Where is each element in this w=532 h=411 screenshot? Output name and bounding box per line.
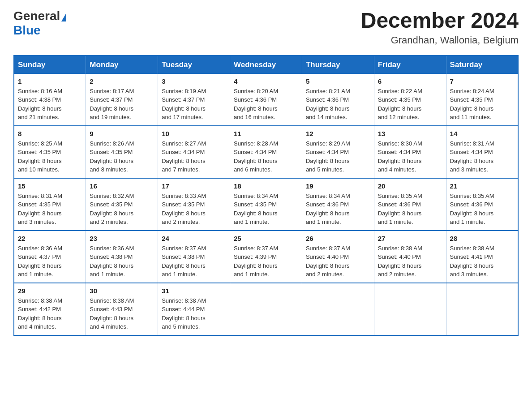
day-number: 3 <box>162 77 226 85</box>
day-number: 16 <box>90 182 154 190</box>
day-info: Sunrise: 8:21 AMSunset: 4:36 PMDaylight:… <box>306 87 370 122</box>
day-number: 1 <box>18 77 82 85</box>
calendar-day-cell: 26Sunrise: 8:37 AMSunset: 4:40 PMDayligh… <box>302 231 374 283</box>
calendar-day-cell: 16Sunrise: 8:32 AMSunset: 4:35 PMDayligh… <box>86 178 158 231</box>
calendar-day-cell: 27Sunrise: 8:38 AMSunset: 4:40 PMDayligh… <box>374 231 446 283</box>
calendar-week-row: 29Sunrise: 8:38 AMSunset: 4:42 PMDayligh… <box>14 283 518 335</box>
calendar-header-row: Sunday Monday Tuesday Wednesday Thursday… <box>14 56 518 74</box>
calendar-day-cell <box>230 283 302 335</box>
calendar-day-cell <box>302 283 374 335</box>
day-info: Sunrise: 8:31 AMSunset: 4:35 PMDaylight:… <box>18 192 82 227</box>
calendar-day-cell: 15Sunrise: 8:31 AMSunset: 4:35 PMDayligh… <box>14 178 86 231</box>
calendar-day-cell: 9Sunrise: 8:26 AMSunset: 4:35 PMDaylight… <box>86 126 158 178</box>
day-number: 14 <box>450 130 514 137</box>
day-number: 12 <box>306 130 370 137</box>
day-number: 9 <box>90 130 154 137</box>
day-info: Sunrise: 8:38 AMSunset: 4:42 PMDaylight:… <box>18 296 82 331</box>
page-header: General Blue December 2024 Grandhan, Wal… <box>13 9 519 46</box>
day-info: Sunrise: 8:19 AMSunset: 4:37 PMDaylight:… <box>162 87 226 122</box>
calendar-day-cell: 5Sunrise: 8:21 AMSunset: 4:36 PMDaylight… <box>302 74 374 126</box>
day-info: Sunrise: 8:31 AMSunset: 4:34 PMDaylight:… <box>450 139 514 174</box>
day-info: Sunrise: 8:34 AMSunset: 4:35 PMDaylight:… <box>234 192 298 227</box>
calendar-day-cell: 14Sunrise: 8:31 AMSunset: 4:34 PMDayligh… <box>446 126 518 178</box>
day-number: 22 <box>18 235 82 242</box>
day-info: Sunrise: 8:38 AMSunset: 4:41 PMDaylight:… <box>450 244 514 279</box>
calendar-day-cell: 7Sunrise: 8:24 AMSunset: 4:35 PMDaylight… <box>446 74 518 126</box>
calendar-day-cell: 8Sunrise: 8:25 AMSunset: 4:35 PMDaylight… <box>14 126 86 178</box>
calendar-day-cell: 20Sunrise: 8:35 AMSunset: 4:36 PMDayligh… <box>374 178 446 231</box>
day-number: 15 <box>18 182 82 190</box>
calendar-day-cell: 21Sunrise: 8:35 AMSunset: 4:36 PMDayligh… <box>446 178 518 231</box>
day-info: Sunrise: 8:36 AMSunset: 4:37 PMDaylight:… <box>18 244 82 279</box>
col-header-thursday: Thursday <box>302 56 374 74</box>
day-info: Sunrise: 8:35 AMSunset: 4:36 PMDaylight:… <box>378 192 442 227</box>
day-number: 17 <box>162 182 226 190</box>
logo: General Blue <box>13 9 66 38</box>
logo-blue-text: Blue <box>13 23 41 37</box>
day-info: Sunrise: 8:20 AMSunset: 4:36 PMDaylight:… <box>234 87 298 122</box>
calendar-day-cell: 24Sunrise: 8:37 AMSunset: 4:38 PMDayligh… <box>158 231 230 283</box>
col-header-tuesday: Tuesday <box>158 56 230 74</box>
day-number: 26 <box>306 235 370 242</box>
day-number: 13 <box>378 130 442 137</box>
day-info: Sunrise: 8:37 AMSunset: 4:39 PMDaylight:… <box>234 244 298 279</box>
day-number: 24 <box>162 235 226 242</box>
calendar-day-cell: 4Sunrise: 8:20 AMSunset: 4:36 PMDaylight… <box>230 74 302 126</box>
day-number: 6 <box>378 77 442 85</box>
month-title: December 2024 <box>361 9 519 33</box>
calendar-day-cell: 18Sunrise: 8:34 AMSunset: 4:35 PMDayligh… <box>230 178 302 231</box>
calendar-day-cell: 25Sunrise: 8:37 AMSunset: 4:39 PMDayligh… <box>230 231 302 283</box>
calendar-week-row: 22Sunrise: 8:36 AMSunset: 4:37 PMDayligh… <box>14 231 518 283</box>
calendar-table: Sunday Monday Tuesday Wednesday Thursday… <box>13 55 519 336</box>
day-number: 7 <box>450 77 514 85</box>
calendar-week-row: 8Sunrise: 8:25 AMSunset: 4:35 PMDaylight… <box>14 126 518 178</box>
day-info: Sunrise: 8:38 AMSunset: 4:40 PMDaylight:… <box>378 244 442 279</box>
day-number: 25 <box>234 235 298 242</box>
day-number: 5 <box>306 77 370 85</box>
day-info: Sunrise: 8:24 AMSunset: 4:35 PMDaylight:… <box>450 87 514 122</box>
day-number: 31 <box>162 287 226 295</box>
calendar-day-cell: 6Sunrise: 8:22 AMSunset: 4:35 PMDaylight… <box>374 74 446 126</box>
col-header-saturday: Saturday <box>446 56 518 74</box>
day-number: 2 <box>90 77 154 85</box>
calendar-day-cell: 28Sunrise: 8:38 AMSunset: 4:41 PMDayligh… <box>446 231 518 283</box>
day-number: 11 <box>234 130 298 137</box>
calendar-day-cell: 12Sunrise: 8:29 AMSunset: 4:34 PMDayligh… <box>302 126 374 178</box>
calendar-day-cell: 22Sunrise: 8:36 AMSunset: 4:37 PMDayligh… <box>14 231 86 283</box>
day-info: Sunrise: 8:34 AMSunset: 4:36 PMDaylight:… <box>306 192 370 227</box>
day-info: Sunrise: 8:16 AMSunset: 4:38 PMDaylight:… <box>18 87 82 122</box>
calendar-day-cell: 23Sunrise: 8:36 AMSunset: 4:38 PMDayligh… <box>86 231 158 283</box>
location-subtitle: Grandhan, Wallonia, Belgium <box>361 34 519 46</box>
calendar-day-cell: 13Sunrise: 8:30 AMSunset: 4:34 PMDayligh… <box>374 126 446 178</box>
day-number: 21 <box>450 182 514 190</box>
day-info: Sunrise: 8:26 AMSunset: 4:35 PMDaylight:… <box>90 139 154 174</box>
day-info: Sunrise: 8:36 AMSunset: 4:38 PMDaylight:… <box>90 244 154 279</box>
day-info: Sunrise: 8:22 AMSunset: 4:35 PMDaylight:… <box>378 87 442 122</box>
day-info: Sunrise: 8:27 AMSunset: 4:34 PMDaylight:… <box>162 139 226 174</box>
day-number: 27 <box>378 235 442 242</box>
calendar-day-cell: 31Sunrise: 8:38 AMSunset: 4:44 PMDayligh… <box>158 283 230 335</box>
logo-triangle-icon <box>61 13 66 21</box>
day-info: Sunrise: 8:32 AMSunset: 4:35 PMDaylight:… <box>90 192 154 227</box>
calendar-day-cell: 30Sunrise: 8:38 AMSunset: 4:43 PMDayligh… <box>86 283 158 335</box>
day-info: Sunrise: 8:29 AMSunset: 4:34 PMDaylight:… <box>306 139 370 174</box>
calendar-day-cell: 3Sunrise: 8:19 AMSunset: 4:37 PMDaylight… <box>158 74 230 126</box>
day-info: Sunrise: 8:28 AMSunset: 4:34 PMDaylight:… <box>234 139 298 174</box>
col-header-wednesday: Wednesday <box>230 56 302 74</box>
day-number: 28 <box>450 235 514 242</box>
title-section: December 2024 Grandhan, Wallonia, Belgiu… <box>361 9 519 46</box>
day-info: Sunrise: 8:17 AMSunset: 4:37 PMDaylight:… <box>90 87 154 122</box>
calendar-day-cell: 1Sunrise: 8:16 AMSunset: 4:38 PMDaylight… <box>14 74 86 126</box>
day-info: Sunrise: 8:25 AMSunset: 4:35 PMDaylight:… <box>18 139 82 174</box>
day-number: 10 <box>162 130 226 137</box>
day-info: Sunrise: 8:38 AMSunset: 4:44 PMDaylight:… <box>162 296 226 331</box>
day-info: Sunrise: 8:38 AMSunset: 4:43 PMDaylight:… <box>90 296 154 331</box>
calendar-day-cell: 2Sunrise: 8:17 AMSunset: 4:37 PMDaylight… <box>86 74 158 126</box>
day-number: 29 <box>18 287 82 295</box>
calendar-day-cell: 10Sunrise: 8:27 AMSunset: 4:34 PMDayligh… <box>158 126 230 178</box>
day-info: Sunrise: 8:30 AMSunset: 4:34 PMDaylight:… <box>378 139 442 174</box>
day-number: 19 <box>306 182 370 190</box>
calendar-day-cell: 17Sunrise: 8:33 AMSunset: 4:35 PMDayligh… <box>158 178 230 231</box>
calendar-week-row: 15Sunrise: 8:31 AMSunset: 4:35 PMDayligh… <box>14 178 518 231</box>
calendar-day-cell: 11Sunrise: 8:28 AMSunset: 4:34 PMDayligh… <box>230 126 302 178</box>
